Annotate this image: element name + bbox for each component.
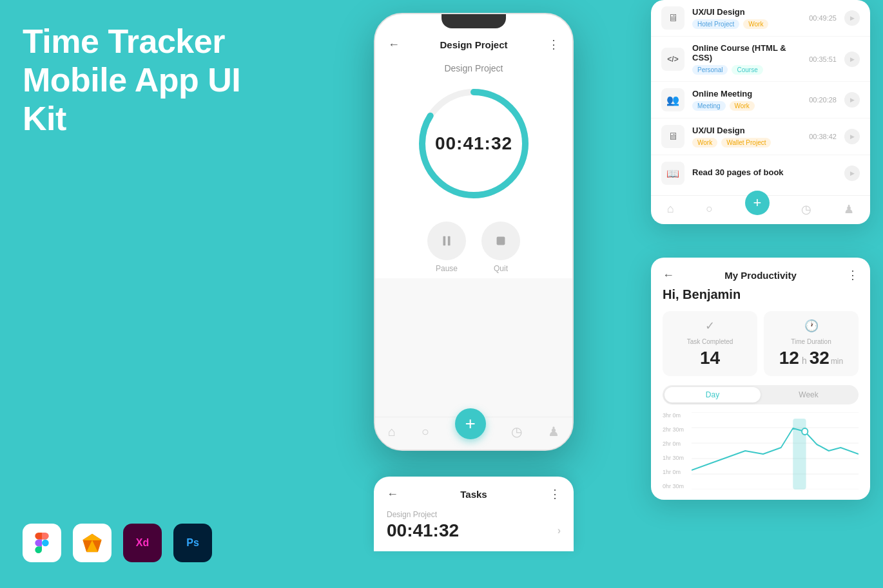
- timer-section: Design Project 00:41:32: [375, 57, 572, 278]
- sketch-icon[interactable]: [73, 524, 112, 562]
- play-button[interactable]: ▶: [844, 166, 860, 181]
- figma-icon[interactable]: [23, 524, 61, 562]
- chart-label-1h: 1hr 0m: [663, 469, 684, 475]
- panel-nav-home[interactable]: ⌂: [667, 202, 674, 216]
- svg-rect-7: [448, 236, 451, 246]
- prod-back-button[interactable]: ←: [663, 269, 674, 282]
- pause-label: Pause: [436, 264, 458, 273]
- task-tags: Meeting Work: [692, 101, 801, 111]
- tag-work: Work: [743, 19, 768, 29]
- tool-icons: Xd Ps: [23, 524, 212, 562]
- bottom-project-label: Design Project: [387, 510, 561, 519]
- nav-home-icon[interactable]: ⌂: [388, 424, 396, 439]
- task-tags: Hotel Project Work: [692, 19, 801, 29]
- chart-label-1h30: 1hr 30m: [663, 455, 684, 461]
- task-item: 👥 Online Meeting Meeting Work 00:20:28 ▶: [651, 82, 870, 119]
- task-name: Read 30 pages of book: [692, 167, 837, 177]
- time-separator: h: [802, 356, 807, 366]
- panel-fab-button[interactable]: +: [745, 191, 770, 215]
- task-tags: Personal Course: [692, 65, 801, 75]
- play-button[interactable]: ▶: [844, 10, 860, 26]
- task-name: Online Meeting: [692, 89, 801, 99]
- bottom-tasks-panel: ← Tasks ⋮ Design Project 00:41:32 ›: [374, 477, 574, 551]
- productivity-panel: ← My Productivity ⋮ Hi, Benjamin ✓ Task …: [651, 258, 870, 500]
- prod-more-button[interactable]: ⋮: [847, 268, 859, 282]
- task-icon: 🖥: [661, 125, 684, 148]
- nav-profile-icon[interactable]: ♟: [548, 424, 559, 439]
- tasks-completed-card: ✓ Task Completed 14: [663, 311, 757, 376]
- quit-label: Quit: [494, 264, 508, 273]
- task-icon: 👥: [661, 88, 684, 111]
- stats-row: ✓ Task Completed 14 🕐 Time Duration 12 h…: [663, 311, 859, 376]
- chart-svg: [692, 412, 859, 489]
- nav-report-icon[interactable]: ◷: [511, 424, 522, 439]
- task-info: UX/UI Design Hotel Project Work: [692, 7, 801, 29]
- chart-area: [692, 412, 859, 489]
- tasks-back-button[interactable]: ←: [387, 488, 398, 501]
- chart-line: [692, 428, 859, 470]
- time-duration-card: 🕐 Time Duration 12 h 32 min: [764, 311, 859, 376]
- bottom-tasks-header: ← Tasks ⋮: [387, 487, 561, 501]
- task-name: UX/UI Design: [692, 126, 801, 135]
- nav-fab-button[interactable]: +: [455, 408, 486, 439]
- time-unit: min: [831, 357, 843, 366]
- chart-label-3h: 3hr 0m: [663, 412, 684, 419]
- tasks-more-button[interactable]: ⋮: [549, 487, 561, 501]
- week-toggle-button[interactable]: Week: [761, 387, 857, 403]
- phone-header: ← Design Project ⋮: [375, 28, 572, 57]
- task-item: 🖥 UX/UI Design Hotel Project Work 00:49:…: [651, 0, 870, 37]
- tag-wallet-project: Wallet Project: [721, 138, 771, 147]
- panel-nav-profile[interactable]: ♟: [844, 202, 854, 216]
- center-phone: ← Design Project ⋮ Design Project 00:41:…: [374, 13, 574, 451]
- adobe-xd-icon[interactable]: Xd: [123, 524, 162, 562]
- left-section: Time Tracker Mobile App UI Kit: [23, 23, 280, 138]
- quit-button[interactable]: [481, 222, 520, 260]
- photoshop-icon[interactable]: Ps: [173, 524, 212, 562]
- task-time: 00:35:51: [809, 55, 837, 63]
- back-button[interactable]: ←: [388, 38, 400, 52]
- project-subtitle: Design Project: [444, 63, 503, 73]
- task-icon: 📖: [661, 162, 684, 185]
- tasks-title: Tasks: [460, 489, 487, 500]
- more-options-button[interactable]: ⋮: [548, 37, 559, 52]
- productivity-title: My Productivity: [724, 270, 797, 281]
- time-minutes: 32: [810, 348, 830, 368]
- chart-label-0h30: 0hr 30m: [663, 483, 684, 489]
- play-button[interactable]: ▶: [844, 92, 860, 108]
- tag-work: Work: [730, 101, 755, 111]
- tag-personal: Personal: [692, 65, 728, 75]
- task-tags: Work Wallet Project: [692, 138, 801, 147]
- productivity-chart: 3hr 0m 2hr 30m 2hr 0m 1hr 30m 1hr 0m 0hr…: [663, 412, 859, 489]
- panel-nav-timer[interactable]: ○: [706, 202, 713, 216]
- task-time: 00:38:42: [809, 133, 837, 140]
- productivity-header: ← My Productivity ⋮: [663, 268, 859, 282]
- task-info: Online Meeting Meeting Work: [692, 89, 801, 111]
- svg-rect-8: [497, 237, 505, 245]
- time-duration-value-row: 12 h 32 min: [779, 348, 843, 368]
- pause-icon: [440, 234, 454, 248]
- day-toggle-button[interactable]: Day: [665, 387, 761, 403]
- task-name: Online Course (HTML & CSS): [692, 43, 801, 62]
- task-info: Online Course (HTML & CSS) Personal Cour…: [692, 43, 801, 75]
- phone-screen-title: Design Project: [440, 39, 507, 50]
- chart-dot: [802, 428, 808, 435]
- tag-hotel-project: Hotel Project: [692, 19, 739, 29]
- task-time: 00:20:28: [809, 96, 837, 104]
- clock-icon: 🕐: [804, 319, 819, 333]
- tasks-completed-label: Task Completed: [687, 338, 733, 345]
- task-item: 🖥 UX/UI Design Work Wallet Project 00:38…: [651, 119, 870, 155]
- pause-button[interactable]: [427, 222, 466, 260]
- bottom-chevron-icon: ›: [558, 525, 561, 536]
- app-title: Time Tracker Mobile App UI Kit: [23, 23, 280, 138]
- phone-screen: ← Design Project ⋮ Design Project 00:41:…: [375, 28, 572, 450]
- task-list-panel: 🖥 UX/UI Design Hotel Project Work 00:49:…: [651, 0, 870, 224]
- productivity-greeting: Hi, Benjamin: [663, 287, 859, 302]
- panel-bottom-nav: ⌂ ○ + ◷ ♟: [651, 195, 870, 218]
- timer-display: 00:41:32: [435, 133, 512, 154]
- phone-bottom-nav: ⌂ ○ + ◷ ♟: [375, 417, 572, 450]
- nav-timer-icon[interactable]: ○: [422, 424, 429, 439]
- panel-nav-report[interactable]: ◷: [801, 202, 811, 216]
- play-button[interactable]: ▶: [844, 52, 860, 67]
- time-hours: 12: [779, 348, 799, 368]
- play-button[interactable]: ▶: [844, 129, 860, 144]
